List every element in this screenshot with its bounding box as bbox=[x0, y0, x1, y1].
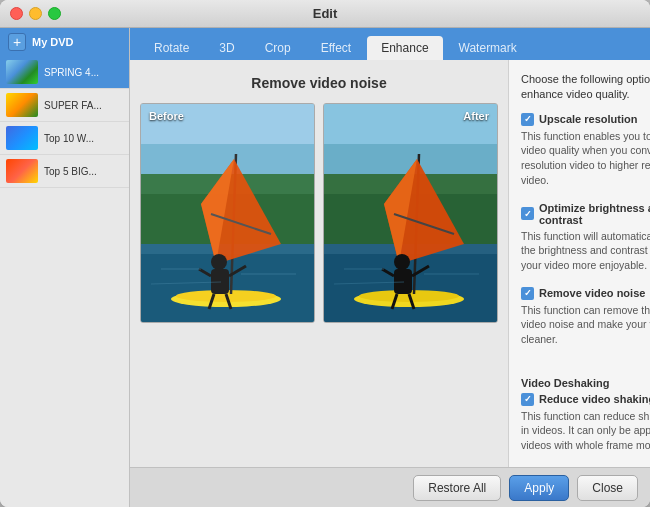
deshake-section-label: Video Deshaking bbox=[521, 377, 650, 389]
after-label: After bbox=[463, 110, 489, 122]
svg-point-33 bbox=[394, 254, 410, 270]
minimize-traffic-light[interactable] bbox=[29, 7, 42, 20]
deshake-label-row: ✓ Reduce video shaking bbox=[521, 393, 650, 406]
edit-window: Edit + My DVD SPRING 4... SUPER FA... bbox=[0, 0, 650, 507]
before-label: Before bbox=[149, 110, 184, 122]
brightness-desc: This function will automatically optimiz… bbox=[521, 229, 650, 273]
after-image: After bbox=[323, 103, 498, 323]
preview-panel: Remove video noise Before bbox=[130, 60, 508, 467]
options-panel: Choose the following options to enhance … bbox=[508, 60, 650, 467]
preview-images: Before bbox=[140, 103, 498, 323]
brightness-label-row: ✓ Optimize brightness and contrast bbox=[521, 202, 650, 226]
tab-effect[interactable]: Effect bbox=[307, 36, 365, 60]
main-content: + My DVD SPRING 4... SUPER FA... Top 10 … bbox=[0, 28, 650, 507]
restore-all-button[interactable]: Restore All bbox=[413, 475, 501, 501]
deshake-checkbox[interactable]: ✓ bbox=[521, 393, 534, 406]
brightness-name: Optimize brightness and contrast bbox=[539, 202, 650, 226]
sidebar-thumb-super bbox=[6, 93, 38, 117]
sidebar-item-super[interactable]: SUPER FA... bbox=[0, 89, 129, 122]
option-brightness: ✓ Optimize brightness and contrast This … bbox=[521, 202, 650, 279]
tab-watermark[interactable]: Watermark bbox=[445, 36, 531, 60]
sidebar-header: + My DVD bbox=[0, 28, 129, 56]
noise-desc: This function can remove the dirt-like v… bbox=[521, 303, 650, 347]
title-bar: Edit bbox=[0, 0, 650, 28]
noise-name: Remove video noise bbox=[539, 287, 645, 299]
option-upscale: ✓ Upscale resolution This function enabl… bbox=[521, 113, 650, 194]
options-intro: Choose the following options to enhance … bbox=[521, 72, 650, 103]
window-title: Edit bbox=[313, 6, 338, 21]
sidebar-thumb-top10 bbox=[6, 126, 38, 150]
sidebar-label: My DVD bbox=[32, 36, 74, 48]
apply-button[interactable]: Apply bbox=[509, 475, 569, 501]
sidebar-item-top5[interactable]: Top 5 BIG... bbox=[0, 155, 129, 188]
option-noise: ✓ Remove video noise This function can r… bbox=[521, 287, 650, 353]
preview-title: Remove video noise bbox=[251, 75, 386, 91]
option-deshake: ✓ Reduce video shaking This function can… bbox=[521, 393, 650, 459]
noise-label-row: ✓ Remove video noise bbox=[521, 287, 650, 300]
sidebar-item-name-spring: SPRING 4... bbox=[44, 67, 99, 78]
upscale-name: Upscale resolution bbox=[539, 113, 637, 125]
tab-crop[interactable]: Crop bbox=[251, 36, 305, 60]
tab-3d[interactable]: 3D bbox=[205, 36, 248, 60]
close-button[interactable]: Close bbox=[577, 475, 638, 501]
sidebar-item-name-top5: Top 5 BIG... bbox=[44, 166, 97, 177]
upscale-desc: This function enables you to get superb … bbox=[521, 129, 650, 188]
upscale-checkbox[interactable]: ✓ bbox=[521, 113, 534, 126]
sidebar-thumb-top5 bbox=[6, 159, 38, 183]
svg-point-12 bbox=[211, 254, 227, 270]
tab-enhance[interactable]: Enhance bbox=[367, 36, 442, 60]
maximize-traffic-light[interactable] bbox=[48, 7, 61, 20]
tab-rotate[interactable]: Rotate bbox=[140, 36, 203, 60]
add-button[interactable]: + bbox=[8, 33, 26, 51]
sidebar-item-name-super: SUPER FA... bbox=[44, 100, 102, 111]
upscale-label-row: ✓ Upscale resolution bbox=[521, 113, 650, 126]
bottom-bar: Restore All Apply Close bbox=[130, 467, 650, 507]
sidebar-list: SPRING 4... SUPER FA... Top 10 W... Top … bbox=[0, 56, 129, 507]
sidebar-item-spring[interactable]: SPRING 4... bbox=[0, 56, 129, 89]
deshake-name: Reduce video shaking bbox=[539, 393, 650, 405]
svg-rect-13 bbox=[211, 269, 229, 294]
before-image: Before bbox=[140, 103, 315, 323]
sidebar: + My DVD SPRING 4... SUPER FA... Top 10 … bbox=[0, 28, 130, 507]
svg-rect-34 bbox=[394, 269, 412, 294]
sidebar-item-name-top10: Top 10 W... bbox=[44, 133, 94, 144]
sidebar-thumb-spring bbox=[6, 60, 38, 84]
close-traffic-light[interactable] bbox=[10, 7, 23, 20]
deshake-desc: This function can reduce shaking motion … bbox=[521, 409, 650, 453]
sidebar-item-top10[interactable]: Top 10 W... bbox=[0, 122, 129, 155]
noise-checkbox[interactable]: ✓ bbox=[521, 287, 534, 300]
tab-bar: Rotate 3D Crop Effect Enhance Watermark bbox=[130, 28, 650, 60]
brightness-checkbox[interactable]: ✓ bbox=[521, 207, 534, 220]
content-area: Remove video noise Before bbox=[130, 60, 650, 467]
traffic-lights bbox=[10, 7, 61, 20]
